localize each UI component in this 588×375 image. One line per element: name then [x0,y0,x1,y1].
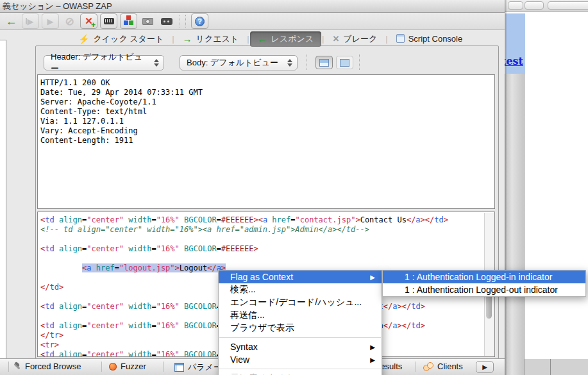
body-view-select-label: Body: デフォルトビュー [187,57,278,69]
menu-item-label: Syntax [230,342,258,352]
browser-window-divider [550,359,551,375]
background-toolbar-button[interactable] [525,1,544,10]
submenu-arrow-icon: ▶ [370,356,375,363]
menu-item--: 元に戻せません⌘Z [219,372,382,375]
screen: test 義セッション – OWASP ZAP クイック スタート|リクエスト|… [0,0,588,375]
tab-label: ブレーク [343,33,377,45]
submenu-item[interactable]: 1 : Authentication Logged-in indicator [383,271,585,283]
split-view-icon [319,59,329,67]
submenu-item[interactable]: 1 : Authentication Logged-out indicator [383,283,585,296]
full-view-icon [340,59,349,67]
bottom-bar-separator [416,362,416,372]
console-icon [396,34,405,44]
background-toolbar-button[interactable] [508,1,523,10]
menu-separator [219,337,381,338]
break-x-icon [332,35,339,43]
header-line: HTTP/1.1 200 OK [40,78,493,88]
code-line: <td align="center" width="16%" BGCOLOR=#… [40,215,493,225]
response-header-textarea[interactable]: HTTP/1.1 200 OKDate: Tue, 29 Apr 2014 07… [37,74,495,209]
bottom-tab-clients[interactable]: Clients [423,362,463,371]
header-line: Date: Tue, 29 Apr 2014 07:33:11 GMT [40,88,493,97]
header-line: Via: 1.1 127.0.1.1 [40,117,493,126]
tab-arrow-left[interactable]: レスポンス [250,31,322,47]
response-header-text: HTTP/1.1 200 OKDate: Tue, 29 Apr 2014 07… [38,75,494,146]
toolbar-divider [307,54,307,70]
menu-item-label: 元に戻せません [230,372,294,375]
background-window: test [505,0,588,375]
browser-window-edge [505,74,525,375]
main-toolbar [0,13,505,30]
window-titlebar[interactable]: 義セッション – OWASP ZAP [0,0,505,13]
tab-separator: | [171,34,174,44]
background-window-toolbar [505,0,588,12]
sites-panel-edge [0,40,6,359]
header-line: Vary: Accept-Encoding [40,126,493,136]
help-icon[interactable] [191,13,208,29]
tab-break-x[interactable]: ブレーク [324,31,385,47]
keyboard-icon[interactable] [100,13,117,29]
fuzzer-icon [109,363,117,371]
header-line: Server: Apache-Coyote/1.1 [40,97,493,107]
lightning-icon [78,35,89,44]
full-view-toggle-button[interactable] [336,56,353,69]
flag-as-context-submenu: 1 : Authentication Logged-in indicator1 … [382,270,586,297]
stop-icon [62,14,78,28]
tab-label: レスポンス [271,33,314,45]
window-shadow [505,0,507,375]
bottom-tab-pickaxe[interactable]: Forced Browse [13,362,81,371]
tab-label: Script Console [408,34,463,44]
bottom-tab-label: Clients [437,362,463,371]
break-add-icon[interactable] [80,13,97,29]
bottom-tab-label: Forced Browse [25,362,81,371]
cassette-icon[interactable] [158,14,174,28]
bottom-bar-separator [101,362,102,372]
tab-lightning[interactable]: クイック スタート [71,31,171,47]
menu-item--[interactable]: ブラウザで表示 [219,322,382,335]
clients-icon [423,362,433,371]
background-toolbar-button[interactable] [548,1,588,10]
menu-item-view[interactable]: View▶ [219,353,382,366]
menu-item-label: エンコード/デコード/ハッシュ... [230,297,362,308]
tab-overflow-button[interactable]: ▶ [476,361,494,373]
select-stepper-icon [154,59,159,67]
browser-window-bottom [525,359,588,375]
code-line [40,235,493,244]
tab-arrow-right[interactable]: リクエスト [175,31,247,47]
bottom-tab-label: Fuzzer [121,362,146,371]
context-menu: Flag as Context▶検索...エンコード/デコード/ハッシュ...再… [218,270,382,375]
bottom-tab-fuzzer[interactable]: Fuzzer [109,362,146,371]
code-line [40,254,493,263]
submenu-arrow-icon: ▶ [370,344,375,351]
tab-console[interactable]: Script Console [389,32,471,46]
split-view-toggle-button[interactable] [315,56,333,69]
menu-item--[interactable]: エンコード/デコード/ハッシュ... [219,296,382,309]
header-line: Content-Length: 1911 [40,136,493,146]
menu-item--[interactable]: 検索... [219,283,382,296]
menu-item-syntax[interactable]: Syntax▶ [219,340,382,353]
tab-label: クイック スタート [93,33,164,45]
menu-item-label: 再送信... [230,310,265,321]
window-title: 義セッション – OWASP ZAP [3,1,112,12]
arrow-right-icon [183,34,192,44]
tab-separator: | [246,34,249,44]
arrow-left-icon [258,34,267,44]
menu-item-label: View [230,354,249,365]
toolbar-separator [180,15,186,28]
tab-separator: | [385,34,388,44]
menu-separator [219,369,381,369]
menu-item-label: 検索... [230,284,256,296]
browser-test-link[interactable]: test [505,55,523,67]
play-icon [42,13,59,29]
menu-item--[interactable]: 再送信... [219,309,382,322]
tab-label: リクエスト [196,33,239,45]
body-view-select[interactable]: Body: デフォルトビュー [180,55,298,71]
workbench-tab-row: クイック スタート|リクエスト|レスポンス|ブレーク|Script Consol… [71,31,470,46]
back-arrow-icon[interactable] [3,14,19,28]
header-view-select-label: Header: デフォルトビュー [51,51,148,74]
header-view-select[interactable]: Header: デフォルトビュー [44,55,164,71]
menu-item-label: ブラウザで表示 [230,322,294,334]
bottom-bar-separator [8,362,9,372]
snapshot-icon[interactable] [140,14,156,28]
blocks-icon[interactable] [120,13,137,29]
menu-item-flag-as-context[interactable]: Flag as Context▶ [219,271,382,283]
